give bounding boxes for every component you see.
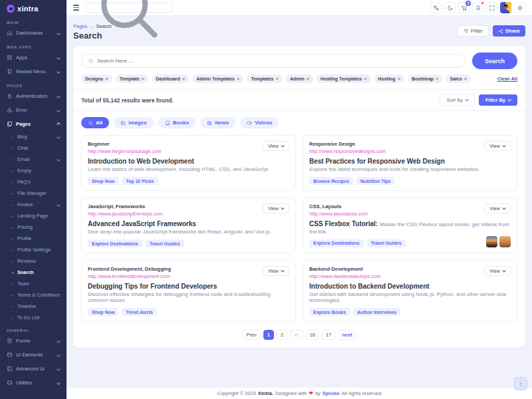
sidebar-item-chat[interactable]: Chat <box>5 142 61 154</box>
close-icon[interactable]: × <box>464 76 467 82</box>
filter-chip[interactable]: Admin × <box>286 74 313 83</box>
dark-mode-button[interactable] <box>444 2 456 13</box>
result-title[interactable]: Advanced JavaScript Frameworks <box>88 220 289 227</box>
filter-chip[interactable]: Dashboard × <box>152 74 189 83</box>
sidebar-item-invoice[interactable]: Invoice <box>5 199 61 210</box>
filter-chip[interactable]: Admin Templates × <box>192 74 243 83</box>
sidebar-item-timeline[interactable]: Timeline <box>5 301 61 312</box>
thumbnail-image[interactable] <box>499 236 511 247</box>
result-title[interactable]: Best Practices for Responsive Web Design <box>309 158 511 165</box>
view-button[interactable]: View <box>263 203 289 213</box>
result-url[interactable]: http://www.beginnerpackage.com <box>88 148 289 154</box>
result-tag[interactable]: Explore Destinations <box>88 239 142 247</box>
tab-books[interactable]: Books <box>158 117 196 128</box>
results-search-input[interactable] <box>97 58 459 64</box>
results-search-field[interactable] <box>81 54 466 68</box>
view-button[interactable]: View <box>484 266 511 276</box>
sidebar-item-faq-s[interactable]: FAQ's <box>5 176 61 188</box>
filter-chip[interactable]: Hosting Templates × <box>317 74 371 83</box>
sidebar-item-reviews[interactable]: Reviews <box>5 255 61 267</box>
thumbnail-image[interactable] <box>486 236 497 247</box>
result-tag[interactable]: Nutrition Tips <box>356 177 394 185</box>
result-tag[interactable]: Travel Guides <box>146 239 184 247</box>
result-url[interactable]: http://www.javaScriptDevlops.com <box>88 211 289 217</box>
result-tag[interactable]: Explore Books <box>309 308 350 316</box>
sidebar-item-profile[interactable]: Profile <box>5 233 61 244</box>
sidebar-item-pages[interactable]: Pages <box>5 117 61 131</box>
fullscreen-button[interactable] <box>486 2 497 13</box>
user-avatar[interactable] <box>500 2 511 13</box>
scroll-to-top-button[interactable]: ↑ <box>514 377 527 390</box>
result-url[interactable]: http://www.responsivedesigns.com <box>309 148 511 154</box>
pagination-page-17[interactable]: 17 <box>322 330 335 340</box>
sidebar-item-landing-page[interactable]: Landing Page <box>5 210 61 221</box>
view-button[interactable]: View <box>263 141 289 151</box>
sidebar-item-apps[interactable]: Apps <box>5 51 61 65</box>
app-logo[interactable]: xintra <box>0 0 66 15</box>
result-title[interactable]: Introduction to Backend Development <box>309 283 511 290</box>
footer-spruko-link[interactable]: Spruko <box>323 390 340 396</box>
sidebar-item-dashboards[interactable]: Dashboards <box>5 26 61 40</box>
language-button[interactable] <box>430 2 442 13</box>
sidebar-item-search[interactable]: Search <box>5 267 61 278</box>
sidebar-item-nested-menu[interactable]: Nested Menu <box>5 65 61 78</box>
pagination-page-1[interactable]: 1 <box>263 330 274 340</box>
result-tag[interactable]: Trend Alerts <box>122 308 157 316</box>
result-tag[interactable]: Browse Recipes <box>309 177 353 185</box>
share-button[interactable]: Share <box>493 25 525 37</box>
sort-by-button[interactable]: Sort By <box>440 94 475 106</box>
result-tag[interactable]: Author Interviews <box>353 308 400 316</box>
result-tag[interactable]: Explore Destinations <box>309 239 364 247</box>
filter-button[interactable]: Filter <box>458 25 489 37</box>
result-tag[interactable]: Shop Now <box>88 177 118 185</box>
pagination-prev[interactable]: Prev <box>242 330 260 340</box>
filter-chip[interactable]: Hosting × <box>374 74 404 83</box>
sidebar-item-forms[interactable]: Forms <box>5 334 61 348</box>
sidebar-item-blog[interactable]: Blog <box>5 131 61 142</box>
close-icon[interactable]: × <box>237 76 239 82</box>
result-title[interactable]: Debugging Tips for Frontend Developers <box>88 283 289 290</box>
filter-by-button[interactable]: Filter By <box>479 94 517 106</box>
close-icon[interactable]: × <box>105 76 108 82</box>
view-button[interactable]: View <box>263 266 289 276</box>
notifications-button[interactable] <box>472 2 483 13</box>
result-tag[interactable]: Top 10 Picks <box>122 177 158 185</box>
sidebar-item-profile-settings[interactable]: Profile Settings <box>5 244 61 255</box>
result-url[interactable]: http://www.backenddevlops.com <box>309 273 511 279</box>
tab-news[interactable]: News <box>200 117 235 128</box>
view-button[interactable]: View <box>484 141 511 151</box>
pagination-next[interactable]: next <box>338 330 356 340</box>
result-tag[interactable]: Travel Guides <box>367 239 406 247</box>
filter-chip[interactable]: Template × <box>116 74 149 83</box>
search-submit-button[interactable]: Search <box>472 53 517 69</box>
result-title[interactable]: Introduction to Web Development <box>88 158 289 165</box>
sidebar-item-team[interactable]: Team <box>5 278 61 289</box>
sidebar-item-advanced-ui[interactable]: Advanced Ui <box>5 362 61 376</box>
close-icon[interactable]: × <box>276 76 279 82</box>
cart-button[interactable]: 5 <box>458 2 469 13</box>
sidebar-item-email[interactable]: Email <box>5 154 61 165</box>
close-icon[interactable]: × <box>307 76 309 82</box>
sidebar-item-utilities[interactable]: Utilities <box>5 376 61 390</box>
sidebar-item-file-manager[interactable]: File Manager <box>5 188 61 199</box>
pagination-page-16[interactable]: 16 <box>306 330 319 340</box>
tab-all[interactable]: All <box>81 117 109 128</box>
filter-chip[interactable]: Templates × <box>247 74 283 83</box>
result-url[interactable]: http://www.layoutscss.com <box>309 211 511 217</box>
sidebar-item-ui-elements[interactable]: Ui Elements <box>5 348 61 362</box>
breadcrumb-parent[interactable]: Pages <box>73 23 87 29</box>
settings-button[interactable] <box>514 2 525 13</box>
filter-chip[interactable]: Designs × <box>81 74 112 83</box>
global-search[interactable] <box>85 3 173 13</box>
tab-images[interactable]: Images <box>114 117 154 128</box>
sidebar-item-pricing[interactable]: Pricing <box>5 221 61 233</box>
filter-chip[interactable]: Bootstrap × <box>408 74 442 83</box>
sidebar-item-authentication[interactable]: Authentication <box>5 89 61 103</box>
result-tag[interactable]: Shop Now <box>88 308 118 316</box>
filter-chip[interactable]: Sales × <box>446 74 471 83</box>
close-icon[interactable]: × <box>142 76 144 82</box>
tab-videos[interactable]: Videos <box>240 117 279 128</box>
close-icon[interactable]: × <box>398 76 400 82</box>
close-icon[interactable]: × <box>182 76 185 82</box>
sidebar-item-error[interactable]: Error <box>5 103 61 117</box>
